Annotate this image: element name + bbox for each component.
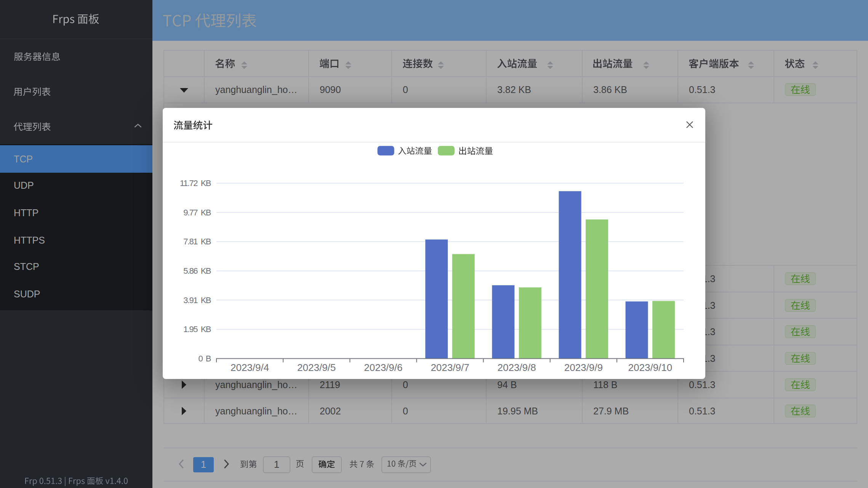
svg-text:2023/9/10: 2023/9/10: [628, 362, 673, 373]
svg-text:7.81 KB: 7.81 KB: [183, 237, 211, 246]
svg-text:1.95 KB: 1.95 KB: [183, 324, 211, 334]
svg-text:5.86 KB: 5.86 KB: [183, 266, 211, 276]
svg-text:2023/9/4: 2023/9/4: [231, 362, 269, 373]
svg-text:2023/9/8: 2023/9/8: [497, 362, 536, 373]
svg-text:3.91 KB: 3.91 KB: [183, 295, 211, 305]
svg-text:2023/9/7: 2023/9/7: [431, 362, 469, 373]
svg-text:9.77 KB: 9.77 KB: [183, 208, 211, 217]
svg-text:2023/9/9: 2023/9/9: [564, 362, 603, 373]
svg-text:11.72 KB: 11.72 KB: [180, 178, 211, 188]
svg-text:0 B: 0 B: [198, 354, 211, 363]
svg-text:2023/9/6: 2023/9/6: [364, 362, 402, 373]
svg-text:2023/9/5: 2023/9/5: [297, 362, 336, 373]
